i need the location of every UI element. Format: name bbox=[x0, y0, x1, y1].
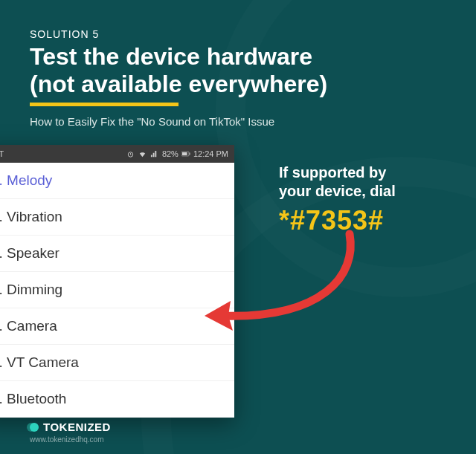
page-title: Test the device hardware (not available … bbox=[30, 43, 446, 98]
phone-screenshot: AT&T 82% 12:24 PM 1. Melody 2. Vibration… bbox=[0, 145, 234, 418]
alarm-icon bbox=[126, 149, 135, 158]
callout-line-2: your device, dial bbox=[279, 183, 396, 199]
brand-name: TOKENIZED bbox=[43, 421, 111, 433]
title-line-1: Test the device hardware bbox=[30, 43, 312, 70]
callout-text: If supported by your device, dial bbox=[279, 163, 450, 201]
svg-rect-2 bbox=[182, 152, 187, 155]
menu-item-vt-camera[interactable]: 6. VT Camera bbox=[0, 345, 234, 381]
svg-rect-3 bbox=[189, 153, 190, 155]
title-line-2: (not available everywhere) bbox=[30, 71, 327, 97]
menu-item-dimming[interactable]: 4. Dimming bbox=[0, 272, 234, 308]
callout-block: If supported by your device, dial *#7353… bbox=[279, 163, 450, 236]
footer-url: www.tokenizedhq.com bbox=[30, 435, 104, 444]
title-underline bbox=[30, 103, 178, 106]
wifi-icon bbox=[138, 149, 147, 158]
status-bar: AT&T 82% 12:24 PM bbox=[0, 145, 234, 163]
carrier-label: AT&T bbox=[0, 149, 4, 158]
battery-percent: 82% bbox=[162, 149, 178, 158]
menu-item-melody[interactable]: 1. Melody bbox=[0, 163, 234, 199]
menu-item-bluetooth[interactable]: 7. Bluetooth bbox=[0, 381, 234, 418]
eyebrow-label: SOLUTION 5 bbox=[30, 28, 446, 40]
battery-icon bbox=[181, 149, 190, 158]
menu-item-camera[interactable]: 5. Camera bbox=[0, 308, 234, 345]
footer-brand-block: TOKENIZED bbox=[30, 421, 111, 433]
menu-item-vibration[interactable]: 2. Vibration bbox=[0, 199, 234, 236]
header-block: SOLUTION 5 Test the device hardware (not… bbox=[0, 0, 476, 128]
callout-line-1: If supported by bbox=[279, 164, 386, 181]
menu-item-speaker[interactable]: 3. Speaker bbox=[0, 236, 234, 272]
dial-code: *#7353# bbox=[279, 205, 450, 236]
subtitle-text: How to Easily Fix the "No Sound on TikTo… bbox=[30, 115, 446, 128]
brand-dot-icon bbox=[30, 423, 39, 432]
hardware-test-menu: 1. Melody 2. Vibration 3. Speaker 4. Dim… bbox=[0, 163, 234, 418]
clock-time: 12:24 PM bbox=[193, 149, 228, 158]
status-right: 82% 12:24 PM bbox=[126, 149, 228, 158]
signal-icon bbox=[150, 149, 159, 158]
